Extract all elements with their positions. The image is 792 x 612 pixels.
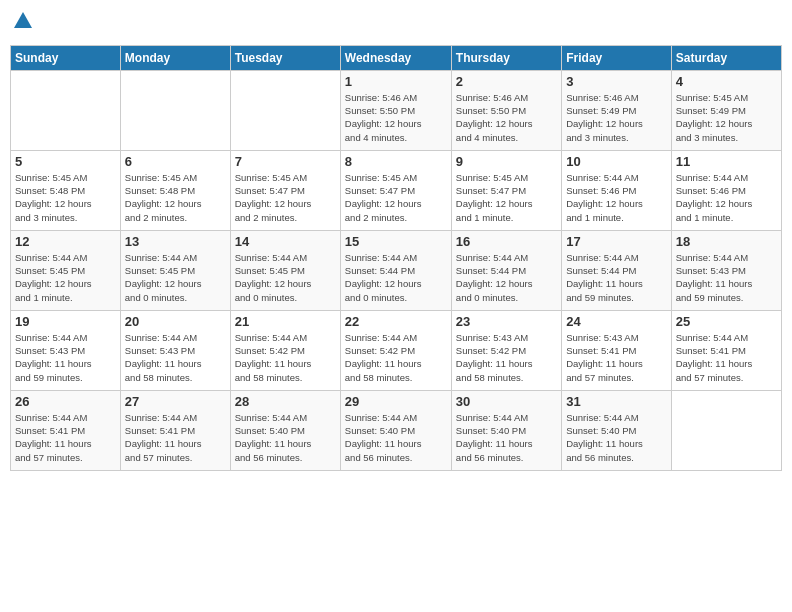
day-number: 21 [235,314,336,329]
day-of-week-header: Saturday [671,45,781,70]
day-number: 12 [15,234,116,249]
day-info: Sunrise: 5:44 AM Sunset: 5:45 PM Dayligh… [235,251,336,304]
day-number: 6 [125,154,226,169]
day-number: 13 [125,234,226,249]
day-info: Sunrise: 5:44 AM Sunset: 5:40 PM Dayligh… [566,411,666,464]
calendar-week-row: 12Sunrise: 5:44 AM Sunset: 5:45 PM Dayli… [11,230,782,310]
day-number: 2 [456,74,557,89]
day-info: Sunrise: 5:46 AM Sunset: 5:50 PM Dayligh… [345,91,447,144]
calendar-week-row: 5Sunrise: 5:45 AM Sunset: 5:48 PM Daylig… [11,150,782,230]
calendar-cell: 27Sunrise: 5:44 AM Sunset: 5:41 PM Dayli… [120,390,230,470]
day-number: 1 [345,74,447,89]
day-number: 24 [566,314,666,329]
logo-icon [12,10,34,32]
calendar-cell: 30Sunrise: 5:44 AM Sunset: 5:40 PM Dayli… [451,390,561,470]
calendar-cell [120,70,230,150]
day-number: 26 [15,394,116,409]
page-header [10,10,782,37]
day-info: Sunrise: 5:44 AM Sunset: 5:43 PM Dayligh… [15,331,116,384]
calendar-cell: 20Sunrise: 5:44 AM Sunset: 5:43 PM Dayli… [120,310,230,390]
day-info: Sunrise: 5:44 AM Sunset: 5:41 PM Dayligh… [125,411,226,464]
day-number: 17 [566,234,666,249]
day-number: 11 [676,154,777,169]
calendar-cell [11,70,121,150]
day-of-week-header: Wednesday [340,45,451,70]
day-number: 8 [345,154,447,169]
day-info: Sunrise: 5:44 AM Sunset: 5:43 PM Dayligh… [676,251,777,304]
day-number: 16 [456,234,557,249]
calendar-week-row: 26Sunrise: 5:44 AM Sunset: 5:41 PM Dayli… [11,390,782,470]
calendar-cell: 29Sunrise: 5:44 AM Sunset: 5:40 PM Dayli… [340,390,451,470]
calendar-cell: 5Sunrise: 5:45 AM Sunset: 5:48 PM Daylig… [11,150,121,230]
day-number: 18 [676,234,777,249]
day-of-week-header: Friday [562,45,671,70]
logo [10,10,34,37]
day-info: Sunrise: 5:44 AM Sunset: 5:40 PM Dayligh… [345,411,447,464]
day-info: Sunrise: 5:46 AM Sunset: 5:50 PM Dayligh… [456,91,557,144]
calendar-cell: 14Sunrise: 5:44 AM Sunset: 5:45 PM Dayli… [230,230,340,310]
day-info: Sunrise: 5:45 AM Sunset: 5:48 PM Dayligh… [125,171,226,224]
day-number: 19 [15,314,116,329]
day-info: Sunrise: 5:45 AM Sunset: 5:47 PM Dayligh… [345,171,447,224]
calendar-cell: 16Sunrise: 5:44 AM Sunset: 5:44 PM Dayli… [451,230,561,310]
calendar-week-row: 19Sunrise: 5:44 AM Sunset: 5:43 PM Dayli… [11,310,782,390]
svg-marker-0 [14,12,32,28]
day-info: Sunrise: 5:45 AM Sunset: 5:47 PM Dayligh… [456,171,557,224]
day-info: Sunrise: 5:43 AM Sunset: 5:42 PM Dayligh… [456,331,557,384]
day-number: 15 [345,234,447,249]
day-info: Sunrise: 5:44 AM Sunset: 5:42 PM Dayligh… [345,331,447,384]
calendar-cell: 12Sunrise: 5:44 AM Sunset: 5:45 PM Dayli… [11,230,121,310]
calendar-cell: 1Sunrise: 5:46 AM Sunset: 5:50 PM Daylig… [340,70,451,150]
calendar-cell [230,70,340,150]
calendar-table: SundayMondayTuesdayWednesdayThursdayFrid… [10,45,782,471]
calendar-cell: 22Sunrise: 5:44 AM Sunset: 5:42 PM Dayli… [340,310,451,390]
day-of-week-header: Tuesday [230,45,340,70]
day-of-week-header: Sunday [11,45,121,70]
day-info: Sunrise: 5:44 AM Sunset: 5:41 PM Dayligh… [676,331,777,384]
calendar-cell: 23Sunrise: 5:43 AM Sunset: 5:42 PM Dayli… [451,310,561,390]
day-info: Sunrise: 5:44 AM Sunset: 5:46 PM Dayligh… [676,171,777,224]
day-info: Sunrise: 5:46 AM Sunset: 5:49 PM Dayligh… [566,91,666,144]
day-number: 7 [235,154,336,169]
day-info: Sunrise: 5:44 AM Sunset: 5:46 PM Dayligh… [566,171,666,224]
day-of-week-header: Monday [120,45,230,70]
day-number: 31 [566,394,666,409]
calendar-cell: 8Sunrise: 5:45 AM Sunset: 5:47 PM Daylig… [340,150,451,230]
day-info: Sunrise: 5:45 AM Sunset: 5:47 PM Dayligh… [235,171,336,224]
calendar-cell: 2Sunrise: 5:46 AM Sunset: 5:50 PM Daylig… [451,70,561,150]
day-number: 29 [345,394,447,409]
day-info: Sunrise: 5:44 AM Sunset: 5:40 PM Dayligh… [235,411,336,464]
day-number: 14 [235,234,336,249]
calendar-cell: 26Sunrise: 5:44 AM Sunset: 5:41 PM Dayli… [11,390,121,470]
day-number: 9 [456,154,557,169]
day-info: Sunrise: 5:43 AM Sunset: 5:41 PM Dayligh… [566,331,666,384]
day-number: 27 [125,394,226,409]
day-info: Sunrise: 5:44 AM Sunset: 5:45 PM Dayligh… [15,251,116,304]
day-info: Sunrise: 5:44 AM Sunset: 5:40 PM Dayligh… [456,411,557,464]
day-number: 28 [235,394,336,409]
calendar-cell: 4Sunrise: 5:45 AM Sunset: 5:49 PM Daylig… [671,70,781,150]
calendar-cell: 9Sunrise: 5:45 AM Sunset: 5:47 PM Daylig… [451,150,561,230]
day-number: 30 [456,394,557,409]
day-info: Sunrise: 5:44 AM Sunset: 5:44 PM Dayligh… [566,251,666,304]
calendar-cell: 17Sunrise: 5:44 AM Sunset: 5:44 PM Dayli… [562,230,671,310]
calendar-cell: 7Sunrise: 5:45 AM Sunset: 5:47 PM Daylig… [230,150,340,230]
day-number: 23 [456,314,557,329]
calendar-cell: 13Sunrise: 5:44 AM Sunset: 5:45 PM Dayli… [120,230,230,310]
day-number: 5 [15,154,116,169]
calendar-cell [671,390,781,470]
day-number: 20 [125,314,226,329]
calendar-cell: 3Sunrise: 5:46 AM Sunset: 5:49 PM Daylig… [562,70,671,150]
calendar-cell: 15Sunrise: 5:44 AM Sunset: 5:44 PM Dayli… [340,230,451,310]
calendar-week-row: 1Sunrise: 5:46 AM Sunset: 5:50 PM Daylig… [11,70,782,150]
calendar-cell: 10Sunrise: 5:44 AM Sunset: 5:46 PM Dayli… [562,150,671,230]
calendar-cell: 25Sunrise: 5:44 AM Sunset: 5:41 PM Dayli… [671,310,781,390]
calendar-cell: 11Sunrise: 5:44 AM Sunset: 5:46 PM Dayli… [671,150,781,230]
day-info: Sunrise: 5:44 AM Sunset: 5:45 PM Dayligh… [125,251,226,304]
calendar-cell: 18Sunrise: 5:44 AM Sunset: 5:43 PM Dayli… [671,230,781,310]
day-info: Sunrise: 5:44 AM Sunset: 5:42 PM Dayligh… [235,331,336,384]
day-of-week-header: Thursday [451,45,561,70]
day-info: Sunrise: 5:44 AM Sunset: 5:44 PM Dayligh… [345,251,447,304]
day-info: Sunrise: 5:45 AM Sunset: 5:48 PM Dayligh… [15,171,116,224]
day-number: 22 [345,314,447,329]
